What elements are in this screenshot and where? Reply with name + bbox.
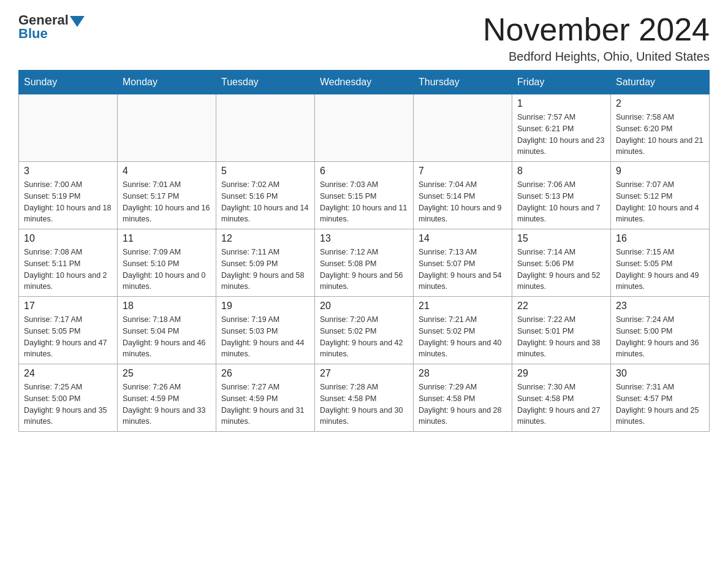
day-number: 22 [517, 301, 605, 312]
day-info: Sunrise: 7:01 AMSunset: 5:17 PMDaylight:… [123, 179, 211, 225]
day-info: Sunrise: 7:09 AMSunset: 5:10 PMDaylight:… [123, 247, 211, 293]
calendar-cell-w2d4: 6Sunrise: 7:03 AMSunset: 5:15 PMDaylight… [315, 162, 414, 229]
day-info: Sunrise: 7:14 AMSunset: 5:06 PMDaylight:… [517, 247, 605, 293]
day-info: Sunrise: 7:04 AMSunset: 5:14 PMDaylight:… [419, 179, 507, 225]
calendar-cell-w3d6: 15Sunrise: 7:14 AMSunset: 5:06 PMDayligh… [512, 229, 611, 297]
day-info: Sunrise: 7:13 AMSunset: 5:07 PMDaylight:… [419, 247, 507, 293]
page-header: General Blue November 2024 Bedford Heigh… [18, 12, 710, 64]
calendar-cell-w4d4: 20Sunrise: 7:20 AMSunset: 5:02 PMDayligh… [315, 297, 414, 364]
day-number: 1 [517, 98, 605, 109]
calendar-cell-w4d2: 18Sunrise: 7:18 AMSunset: 5:04 PMDayligh… [118, 297, 216, 364]
calendar-cell-w5d4: 27Sunrise: 7:28 AMSunset: 4:58 PMDayligh… [315, 364, 414, 432]
header-thursday: Thursday [414, 71, 512, 94]
calendar-cell-w3d1: 10Sunrise: 7:08 AMSunset: 5:11 PMDayligh… [19, 229, 118, 297]
header-saturday: Saturday [611, 71, 710, 94]
day-number: 18 [123, 301, 211, 312]
header-sunday: Sunday [19, 71, 118, 94]
day-info: Sunrise: 7:11 AMSunset: 5:09 PMDaylight:… [221, 247, 309, 293]
calendar-cell-w2d1: 3Sunrise: 7:00 AMSunset: 5:19 PMDaylight… [19, 162, 118, 229]
calendar-cell-w1d7: 2Sunrise: 7:58 AMSunset: 6:20 PMDaylight… [611, 94, 710, 162]
day-info: Sunrise: 7:26 AMSunset: 4:59 PMDaylight:… [123, 381, 211, 427]
calendar-cell-w3d2: 11Sunrise: 7:09 AMSunset: 5:10 PMDayligh… [118, 229, 216, 297]
day-info: Sunrise: 7:07 AMSunset: 5:12 PMDaylight:… [616, 179, 704, 225]
calendar-cell-w2d7: 9Sunrise: 7:07 AMSunset: 5:12 PMDaylight… [611, 162, 710, 229]
day-info: Sunrise: 7:02 AMSunset: 5:16 PMDaylight:… [221, 179, 309, 225]
day-number: 28 [419, 368, 507, 379]
calendar-cell-w1d3 [216, 94, 315, 162]
calendar-cell-w1d4 [315, 94, 414, 162]
calendar-cell-w4d1: 17Sunrise: 7:17 AMSunset: 5:05 PMDayligh… [19, 297, 118, 364]
day-number: 19 [221, 301, 309, 312]
day-info: Sunrise: 7:18 AMSunset: 5:04 PMDaylight:… [123, 314, 211, 360]
day-info: Sunrise: 7:31 AMSunset: 4:57 PMDaylight:… [616, 381, 704, 427]
day-number: 14 [419, 233, 507, 244]
calendar-cell-w4d5: 21Sunrise: 7:21 AMSunset: 5:02 PMDayligh… [414, 297, 512, 364]
week-row-1: 1Sunrise: 7:57 AMSunset: 6:21 PMDaylight… [19, 94, 710, 162]
day-number: 3 [24, 166, 112, 177]
day-number: 15 [517, 233, 605, 244]
day-number: 25 [123, 368, 211, 379]
location-subtitle: Bedford Heights, Ohio, United States [483, 50, 710, 64]
day-number: 2 [616, 98, 704, 109]
calendar-cell-w5d5: 28Sunrise: 7:29 AMSunset: 4:58 PMDayligh… [414, 364, 512, 432]
day-number: 27 [320, 368, 408, 379]
calendar-cell-w3d3: 12Sunrise: 7:11 AMSunset: 5:09 PMDayligh… [216, 229, 315, 297]
calendar-cell-w1d6: 1Sunrise: 7:57 AMSunset: 6:21 PMDaylight… [512, 94, 611, 162]
logo-blue-text: Blue [18, 26, 48, 42]
day-info: Sunrise: 7:06 AMSunset: 5:13 PMDaylight:… [517, 179, 605, 225]
day-info: Sunrise: 7:08 AMSunset: 5:11 PMDaylight:… [24, 247, 112, 293]
day-info: Sunrise: 7:21 AMSunset: 5:02 PMDaylight:… [419, 314, 507, 360]
calendar-cell-w4d3: 19Sunrise: 7:19 AMSunset: 5:03 PMDayligh… [216, 297, 315, 364]
day-number: 30 [616, 368, 704, 379]
week-row-4: 17Sunrise: 7:17 AMSunset: 5:05 PMDayligh… [19, 297, 710, 364]
calendar-cell-w3d5: 14Sunrise: 7:13 AMSunset: 5:07 PMDayligh… [414, 229, 512, 297]
title-area: November 2024 Bedford Heights, Ohio, Uni… [483, 12, 710, 64]
header-wednesday: Wednesday [315, 71, 414, 94]
day-info: Sunrise: 7:24 AMSunset: 5:00 PMDaylight:… [616, 314, 704, 360]
day-number: 4 [123, 166, 211, 177]
day-number: 13 [320, 233, 408, 244]
day-number: 17 [24, 301, 112, 312]
calendar-cell-w5d7: 30Sunrise: 7:31 AMSunset: 4:57 PMDayligh… [611, 364, 710, 432]
week-row-2: 3Sunrise: 7:00 AMSunset: 5:19 PMDaylight… [19, 162, 710, 229]
calendar-cell-w1d1 [19, 94, 118, 162]
day-number: 5 [221, 166, 309, 177]
day-number: 7 [419, 166, 507, 177]
calendar-cell-w5d1: 24Sunrise: 7:25 AMSunset: 5:00 PMDayligh… [19, 364, 118, 432]
month-year-title: November 2024 [483, 12, 710, 47]
calendar-cell-w5d6: 29Sunrise: 7:30 AMSunset: 4:58 PMDayligh… [512, 364, 611, 432]
day-info: Sunrise: 7:28 AMSunset: 4:58 PMDaylight:… [320, 381, 408, 427]
day-info: Sunrise: 7:27 AMSunset: 4:59 PMDaylight:… [221, 381, 309, 427]
day-info: Sunrise: 7:17 AMSunset: 5:05 PMDaylight:… [24, 314, 112, 360]
calendar-cell-w2d6: 8Sunrise: 7:06 AMSunset: 5:13 PMDaylight… [512, 162, 611, 229]
day-info: Sunrise: 7:03 AMSunset: 5:15 PMDaylight:… [320, 179, 408, 225]
day-info: Sunrise: 7:15 AMSunset: 5:05 PMDaylight:… [616, 247, 704, 293]
calendar-cell-w4d6: 22Sunrise: 7:22 AMSunset: 5:01 PMDayligh… [512, 297, 611, 364]
header-friday: Friday [512, 71, 611, 94]
day-number: 29 [517, 368, 605, 379]
calendar-cell-w5d2: 25Sunrise: 7:26 AMSunset: 4:59 PMDayligh… [118, 364, 216, 432]
calendar-table: Sunday Monday Tuesday Wednesday Thursday… [18, 70, 710, 432]
calendar-cell-w1d5 [414, 94, 512, 162]
day-info: Sunrise: 7:12 AMSunset: 5:08 PMDaylight:… [320, 247, 408, 293]
day-number: 23 [616, 301, 704, 312]
week-row-5: 24Sunrise: 7:25 AMSunset: 5:00 PMDayligh… [19, 364, 710, 432]
day-info: Sunrise: 7:20 AMSunset: 5:02 PMDaylight:… [320, 314, 408, 360]
day-number: 12 [221, 233, 309, 244]
day-info: Sunrise: 7:00 AMSunset: 5:19 PMDaylight:… [24, 179, 112, 225]
calendar-cell-w1d2 [118, 94, 216, 162]
day-number: 24 [24, 368, 112, 379]
logo: General Blue [18, 12, 85, 42]
week-row-3: 10Sunrise: 7:08 AMSunset: 5:11 PMDayligh… [19, 229, 710, 297]
day-info: Sunrise: 7:57 AMSunset: 6:21 PMDaylight:… [517, 112, 605, 158]
day-info: Sunrise: 7:58 AMSunset: 6:20 PMDaylight:… [616, 112, 704, 158]
weekday-header-row: Sunday Monday Tuesday Wednesday Thursday… [19, 71, 710, 94]
logo-triangle-icon [70, 16, 85, 27]
day-info: Sunrise: 7:25 AMSunset: 5:00 PMDaylight:… [24, 381, 112, 427]
calendar-cell-w2d2: 4Sunrise: 7:01 AMSunset: 5:17 PMDaylight… [118, 162, 216, 229]
calendar-cell-w4d7: 23Sunrise: 7:24 AMSunset: 5:00 PMDayligh… [611, 297, 710, 364]
calendar-cell-w5d3: 26Sunrise: 7:27 AMSunset: 4:59 PMDayligh… [216, 364, 315, 432]
day-info: Sunrise: 7:19 AMSunset: 5:03 PMDaylight:… [221, 314, 309, 360]
calendar-cell-w2d3: 5Sunrise: 7:02 AMSunset: 5:16 PMDaylight… [216, 162, 315, 229]
calendar-cell-w2d5: 7Sunrise: 7:04 AMSunset: 5:14 PMDaylight… [414, 162, 512, 229]
